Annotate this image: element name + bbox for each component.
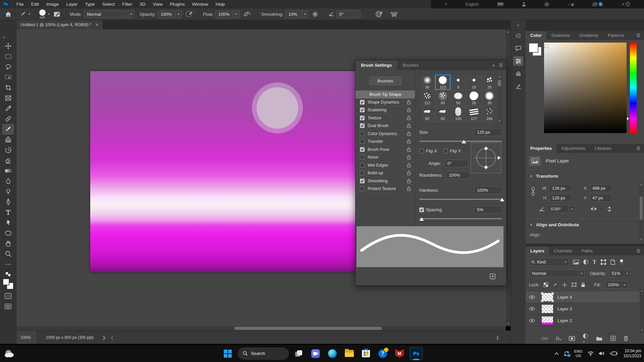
brush-tip-60[interactable]: 60 [435,106,450,121]
brush-angle-dial[interactable] [471,142,501,173]
brush-tip-10[interactable]: 10 [466,74,481,90]
spacing-field[interactable]: 5% [474,206,502,214]
brush-tip-8[interactable]: 8 [451,74,466,90]
clock-widget[interactable]: 10:04 pm 15/1/2023 [624,349,641,359]
blur-tool[interactable] [2,176,14,186]
crop-tool[interactable] [2,82,14,93]
wifi-icon[interactable] [587,351,594,356]
checkbox[interactable] [360,123,365,128]
size-slider-thumb[interactable] [462,140,466,143]
color-panel-menu-icon[interactable]: ☰ [633,33,644,40]
panel-collapse-icon[interactable]: » [492,63,495,68]
quick-mask-button[interactable] [2,291,14,301]
width-field[interactable]: 126 px [549,184,572,192]
scrollbar-thumb[interactable] [498,80,501,86]
scroll-up-icon[interactable]: ▲ [507,31,509,34]
menu-item-select[interactable]: Select [99,0,119,8]
brush-option-noise[interactable]: Noise [356,154,415,162]
spacing-slider[interactable] [419,218,502,219]
frame-tool[interactable] [2,93,14,103]
clone-source-icon[interactable] [513,69,523,78]
layer-filter-kind-dropdown[interactable]: Kind ▾ [529,258,569,266]
layers-tab-paths[interactable]: Paths [577,247,597,255]
brush-tool[interactable] [2,124,14,134]
language-indicator[interactable]: ENGUS [574,349,583,358]
brush-option-scattering[interactable]: Scattering [356,106,415,114]
brush-tip-extra[interactable] [451,122,466,124]
hardness-slider[interactable] [419,199,502,200]
rotation-field[interactable]: 0.00° [548,205,569,213]
close-clock-icon[interactable]: ✕ [621,2,630,7]
new-brush-button[interactable] [490,274,495,279]
dodge-tool[interactable] [2,186,14,197]
layer-opacity-dropdown[interactable]: 51% ▾ [609,269,630,277]
scroll-down-icon[interactable]: ▼ [507,322,509,325]
brush-tip-30[interactable]: 30 [482,90,497,106]
saturation-brightness-field[interactable] [544,43,627,133]
lock-icon[interactable] [407,179,411,183]
person-icon[interactable] [522,2,526,7]
zoom-tool[interactable] [2,249,14,259]
layer-effects-icon[interactable]: fx▾ [556,336,561,341]
smoothing-options-gear-icon[interactable] [312,11,318,17]
brush-settings-icon[interactable] [513,56,523,66]
edit-toolbar[interactable] [2,259,14,269]
pressure-size-icon[interactable] [375,11,383,17]
x-position-field[interactable]: 496 px [589,184,612,192]
hardness-slider-thumb[interactable] [500,198,504,201]
windows-help-icon[interactable]: ? [593,2,603,6]
brush-option-shape-dynamics[interactable]: Shape Dynamics [356,99,415,107]
menu-item-type[interactable]: Type [81,0,98,8]
brush-tip-25[interactable]: 25 [466,90,481,106]
zoom-level-field[interactable]: 100% [16,331,37,344]
transform-section-header[interactable]: ▼ Transform [526,171,644,182]
menu-item-layer[interactable]: Layer [63,0,82,8]
brush-tip-25[interactable]: 25 [482,74,497,90]
layer-mask-icon[interactable] [569,336,575,341]
menu-item-window[interactable]: Window [189,0,212,8]
brush-option-dual-brush[interactable]: Dual Brush [356,122,415,130]
layer-row-layer-2[interactable]: Layer 2 [526,315,644,326]
filter-toggle-switch[interactable] [620,259,624,265]
brush-angle-field[interactable]: 0° [336,10,361,18]
lock-all-icon[interactable] [581,282,585,287]
brush-option-color-dynamics[interactable]: Color Dynamics [356,130,415,138]
pixel-filter-icon[interactable] [573,260,579,264]
flip-vertical-icon[interactable] [606,206,613,212]
clone-stamp-tool[interactable] [2,134,14,145]
smoothing-dropdown[interactable]: 10% ▾ [285,10,308,18]
checkbox[interactable] [360,163,365,168]
hardness-field[interactable]: 100% [474,186,502,194]
height-field[interactable]: 126 px [549,194,572,202]
rectangular-marquee-tool[interactable] [2,51,14,62]
properties-tab-libraries[interactable]: Libraries [590,144,616,153]
checkbox[interactable] [360,155,365,160]
scroll-up-icon[interactable]: ▲ [641,289,643,292]
foreground-color-swatch[interactable] [529,43,538,52]
brush-option-brush-tip-shape[interactable]: Brush Tip Shape [356,90,415,99]
brush-tip-50[interactable]: 50 [451,90,466,106]
menu-item-plugins[interactable]: Plugins [166,0,188,8]
layer-row-layer-4[interactable]: Layer 4 [526,291,644,303]
taskbar-mcafee-button[interactable]: M [393,347,406,360]
shape-tool[interactable] [2,228,14,238]
link-dimensions-icon[interactable] [531,187,535,196]
flip-y-checkbox[interactable]: Flip Y [443,148,461,154]
lock-icon[interactable] [407,123,411,128]
checkbox[interactable] [360,131,365,136]
brush-tip-127[interactable]: 127 [466,106,481,121]
hue-slider[interactable] [630,43,637,133]
toolbar-expand-icon[interactable]: » [3,36,5,39]
brush-option-brush-pose[interactable]: Brush Pose [356,146,415,154]
pressure-opacity-icon[interactable] [185,11,193,17]
panel-menu-icon[interactable]: ☰ [499,63,503,68]
menu-item-file[interactable]: File [13,0,28,8]
blend-mode-dropdown[interactable]: Normal ▾ [529,269,585,277]
layer-visibility-toggle[interactable] [526,315,538,326]
size-field[interactable]: 125 px [474,128,502,136]
lock-icon[interactable] [407,108,411,112]
brush-tip-123[interactable]: 123 [435,74,450,90]
flow-dropdown[interactable]: 100% ▾ [215,10,239,18]
scrollbar-thumb[interactable] [640,196,643,220]
taskbar-task-view-button[interactable] [292,347,306,360]
